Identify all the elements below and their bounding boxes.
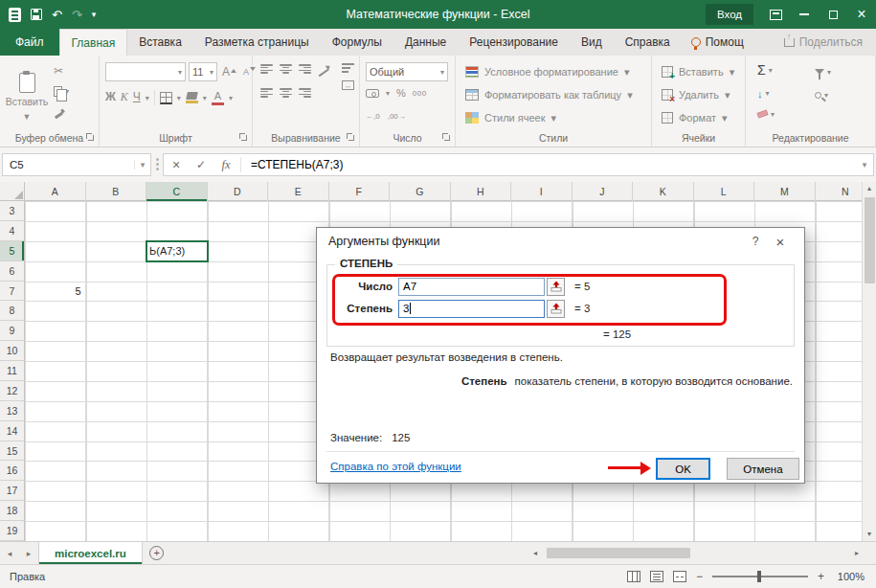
currency-caret-icon[interactable] [386,89,390,98]
collapse-dialog-button[interactable] [547,278,565,296]
fill-button[interactable] [757,84,770,102]
row-header-12[interactable]: 12 [0,381,24,401]
column-header-F[interactable]: F [329,182,391,201]
orientation-icon[interactable] [318,63,329,75]
row-header-4[interactable]: 4 [0,221,24,241]
dialog-close-icon[interactable] [768,232,793,251]
cancel-button[interactable]: Отмена [727,458,799,480]
normal-view-icon[interactable] [627,571,640,582]
dialog-title-bar[interactable]: Аргументы функции [317,228,804,255]
column-header-M[interactable]: M [754,182,816,201]
row-header-7[interactable]: 7 [0,282,24,302]
cut-button[interactable] [54,61,69,78]
collapse-dialog-button[interactable] [547,300,565,318]
row-header-11[interactable]: 11 [0,361,24,381]
increase-decimal-icon[interactable] [366,105,380,123]
grow-font-button[interactable]: А [220,64,238,79]
copy-button[interactable] [54,83,69,100]
name-box-caret-icon[interactable] [134,160,150,170]
page-layout-view-icon[interactable] [650,571,663,582]
tab-data[interactable]: Данные [393,29,458,56]
row-header-17[interactable]: 17 [0,481,24,501]
merge-center-icon[interactable] [342,80,354,90]
column-header-I[interactable]: I [511,182,573,201]
hscroll-left-icon[interactable] [533,549,537,557]
sort-filter-button[interactable] [815,63,831,80]
cell-styles-button[interactable]: Стили ячеек [465,108,556,127]
column-header-G[interactable]: G [390,182,451,201]
clipboard-dialog-launcher-icon[interactable] [86,133,95,142]
column-header-C[interactable]: C [146,182,208,201]
column-header-B[interactable]: B [86,182,147,201]
tab-view[interactable]: Вид [570,29,614,56]
align-right-icon[interactable] [299,88,311,98]
name-box-resizer[interactable] [156,158,159,170]
row-header-18[interactable]: 18 [0,501,24,521]
borders-caret-icon[interactable] [177,94,181,102]
dialog-help-icon[interactable] [743,232,768,251]
ok-button[interactable]: OK [656,458,710,480]
row-header-3[interactable]: 3 [0,201,24,221]
tab-page-layout[interactable]: Разметка страницы [193,29,321,56]
zoom-in-icon[interactable] [818,570,824,583]
name-box[interactable]: C5 [2,153,151,176]
column-header-E[interactable]: E [268,182,329,201]
delete-cells-button[interactable]: Удалить [662,85,730,104]
tab-assistant[interactable]: Помощ [682,29,753,56]
font-color-button[interactable]: А [212,90,224,105]
paste-button[interactable]: Вставить [5,60,49,133]
zoom-out-icon[interactable] [696,570,703,583]
horizontal-scrollbar[interactable] [533,546,859,560]
cell-C5-edit-box[interactable]: Ь(A7;3) [146,240,209,262]
italic-button[interactable]: К [121,91,128,103]
column-header-H[interactable]: H [451,182,512,201]
zoom-slider[interactable] [712,576,808,577]
undo-icon[interactable] [52,9,62,21]
underline-button[interactable]: Ч [133,91,141,103]
align-bottom-icon[interactable] [299,64,311,74]
horizontal-scroll-thumb[interactable] [547,548,690,558]
wrap-text-icon[interactable] [342,63,354,73]
scroll-down-icon[interactable] [867,528,871,541]
cancel-entry-button[interactable] [164,157,189,172]
minimize-button[interactable] [790,0,819,29]
row-header-16[interactable]: 16 [0,461,24,481]
vertical-scrollbar[interactable] [862,182,876,541]
number-format-select[interactable]: Общий [366,62,448,81]
bold-button[interactable]: Ж [105,91,116,103]
formula-bar-expand-icon[interactable] [856,160,873,170]
arg-input-number[interactable]: A7 [398,278,545,296]
select-all-corner[interactable] [0,182,25,201]
tab-insert[interactable]: Вставка [127,29,193,56]
align-top-icon[interactable] [260,64,273,74]
row-header-8[interactable]: 8 [0,301,24,321]
row-header-5[interactable]: 5 [0,241,24,261]
font-size-select[interactable]: 11 [189,62,217,81]
save-icon[interactable] [31,9,42,20]
align-left-icon[interactable] [260,88,273,98]
number-dialog-launcher-icon[interactable] [442,133,451,142]
vertical-scroll-thumb[interactable] [865,197,875,283]
maximize-button[interactable] [819,0,847,29]
zoom-percentage[interactable]: 100% [834,571,865,582]
row-header-9[interactable]: 9 [0,321,24,341]
column-header-J[interactable]: J [573,182,634,201]
help-link[interactable]: Справка по этой функции [330,461,461,472]
zoom-slider-thumb[interactable] [757,571,761,582]
font-color-caret-icon[interactable] [229,94,233,102]
font-name-select[interactable] [105,62,186,81]
column-header-D[interactable]: D [208,182,269,201]
column-header-L[interactable]: L [694,182,755,201]
clear-button[interactable] [757,105,775,123]
tab-help[interactable]: Справка [614,29,682,56]
page-break-view-icon[interactable] [673,571,686,582]
underline-caret-icon[interactable] [146,94,149,102]
close-button[interactable] [847,0,876,29]
row-header-15[interactable]: 15 [0,441,24,462]
alignment-dialog-launcher-icon[interactable] [347,133,355,142]
row-header-13[interactable]: 13 [0,401,24,421]
tab-file[interactable]: Файл [0,29,59,56]
sheet-nav-right-icon[interactable] [19,542,38,564]
find-select-button[interactable] [815,86,828,103]
font-dialog-launcher-icon[interactable] [239,133,248,142]
